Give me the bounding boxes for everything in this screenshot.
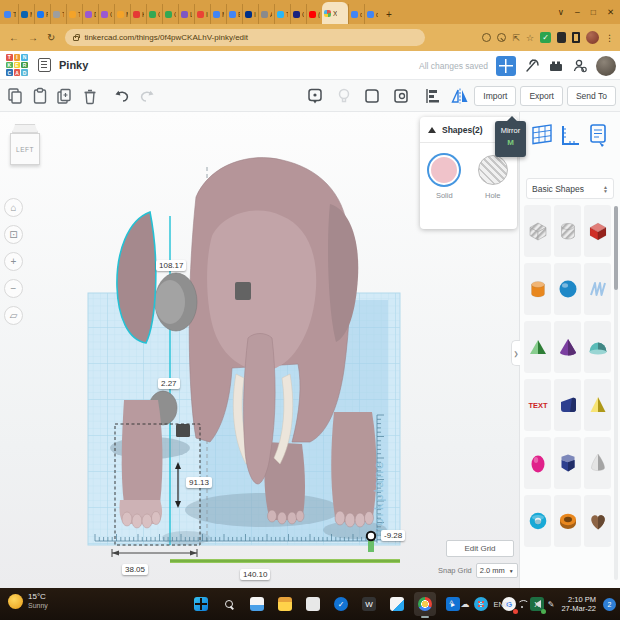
duplicate-icon[interactable] <box>55 86 75 106</box>
shape-tile-wedge[interactable] <box>554 379 581 431</box>
shape-tile-scribble[interactable] <box>584 263 611 315</box>
extension-icon[interactable] <box>557 32 566 43</box>
browser-tab[interactable]: Gr <box>162 4 178 24</box>
user-avatar[interactable] <box>596 56 616 76</box>
ruler-pin-icon[interactable] <box>305 86 325 106</box>
browser-tab[interactable]: Lo <box>178 4 194 24</box>
solid-swatch[interactable]: Solid <box>429 155 459 200</box>
ungroup-icon[interactable] <box>392 86 412 106</box>
browser-tab[interactable]: dc <box>364 4 380 24</box>
notification-badge[interactable]: 2 <box>603 598 616 611</box>
leg-axle-block[interactable] <box>176 424 190 437</box>
shape-tile-egg[interactable] <box>524 437 551 489</box>
browser-tab[interactable]: Ko <box>130 4 146 24</box>
browser-tab[interactable]: Ini <box>242 4 258 24</box>
browser-tab[interactable]: Int <box>194 4 210 24</box>
dim-length-label[interactable]: 140.10 <box>240 569 270 580</box>
export-button[interactable]: Export <box>520 86 563 106</box>
browser-tab[interactable]: Th <box>50 4 66 24</box>
shape-tile-sphere[interactable] <box>554 263 581 315</box>
browser-tab[interactable]: Mi <box>18 4 34 24</box>
align-icon[interactable] <box>421 86 441 106</box>
shape-tile-roof[interactable] <box>524 321 551 373</box>
url-text[interactable]: tinkercad.com/things/0f4pwCKALhV-pinky/e… <box>84 33 248 42</box>
fit-view-button[interactable]: ⊡ <box>4 225 23 244</box>
minimize-button[interactable]: – <box>575 7 580 17</box>
perspective-toggle-button[interactable]: ▱ <box>4 306 23 325</box>
shape-tile-dome[interactable] <box>584 321 611 373</box>
dim-width-label[interactable]: 38.05 <box>122 564 148 575</box>
language-indicator[interactable]: ENG <box>493 600 509 609</box>
bookmark-star-icon[interactable]: ☆ <box>526 33 534 43</box>
extension-frame-icon[interactable] <box>572 32 580 43</box>
shape-tile-text[interactable]: TEXT <box>524 379 551 431</box>
shape-tile-pyramid[interactable] <box>584 379 611 431</box>
taskbar-clock[interactable]: 2:10 PM 27-Mar-22 <box>561 595 596 613</box>
dim-gap-label[interactable]: 2.27 <box>158 378 180 389</box>
browser-menu-icon[interactable]: ⋮ <box>605 33 614 43</box>
view-cube-front[interactable]: LEFT <box>10 133 40 165</box>
browser-tab[interactable]: CA <box>290 4 306 24</box>
shape-tile-box[interactable] <box>524 205 551 257</box>
taskbar-icon-app[interactable] <box>302 592 324 616</box>
delete-icon[interactable] <box>80 86 100 106</box>
send-to-button[interactable]: Send To <box>567 86 616 106</box>
dim-height-label[interactable]: 108.17 <box>156 260 186 271</box>
new-tab-button[interactable]: + <box>386 9 392 20</box>
browser-tab-active[interactable]: X <box>322 2 348 24</box>
z-offset-handle[interactable] <box>367 532 375 552</box>
browser-tab[interactable]: Az <box>258 4 274 24</box>
notes-tool-icon[interactable] <box>586 120 610 150</box>
hole-swatch[interactable]: Hole <box>478 155 508 200</box>
url-bar[interactable]: tinkercad.com/things/0f4pwCKALhV-pinky/e… <box>65 29 425 46</box>
view-cube[interactable]: LEFT <box>10 124 40 165</box>
browser-tab[interactable]: (6 <box>306 4 322 24</box>
extension-check-icon[interactable]: ✓ <box>540 32 551 43</box>
view-cube-top[interactable] <box>12 124 38 133</box>
minecraft-export-icon[interactable] <box>524 58 540 74</box>
dim-z-offset-label[interactable]: -9.28 <box>381 530 405 541</box>
blocks-view-button[interactable] <box>496 56 516 76</box>
tab-search-icon[interactable]: ∨ <box>558 7 564 17</box>
redo-icon[interactable] <box>137 86 157 106</box>
taskbar-icon-chrome[interactable] <box>414 592 436 616</box>
shape-tile-cone[interactable] <box>554 321 581 373</box>
browser-tab[interactable]: Cu <box>98 4 114 24</box>
undo-icon[interactable] <box>112 86 132 106</box>
panel-collapse-handle[interactable]: ❯ <box>511 340 520 366</box>
taskbar-icon-wapp[interactable]: W <box>358 592 380 616</box>
wifi-icon[interactable] <box>517 600 528 609</box>
home-view-button[interactable]: ⌂ <box>4 198 23 217</box>
panel-scrollbar-thumb[interactable] <box>614 206 618 290</box>
design-menu-icon[interactable] <box>38 58 51 72</box>
group-icon[interactable] <box>363 86 383 106</box>
browser-tab[interactable]: M. <box>114 4 130 24</box>
hole-color-circle[interactable] <box>478 155 508 185</box>
browser-tab[interactable]: Fa <box>34 4 50 24</box>
zoom-out-button[interactable]: − <box>4 279 23 298</box>
close-button[interactable]: ✕ <box>607 7 614 17</box>
measure-140[interactable] <box>170 559 400 563</box>
taskbar-icon-defender[interactable]: ✓ <box>330 592 352 616</box>
edit-grid-button[interactable]: Edit Grid <box>446 540 514 557</box>
shape-tile-cylinder[interactable] <box>524 263 551 315</box>
history-icon[interactable] <box>482 33 491 42</box>
copy-icon[interactable] <box>5 86 25 106</box>
taskbar-icon-mail[interactable] <box>386 592 408 616</box>
shape-tile-cylinder[interactable] <box>554 205 581 257</box>
shape-tile-tube[interactable] <box>554 495 581 547</box>
import-button[interactable]: Import <box>474 86 516 106</box>
design-title[interactable]: Pinky <box>59 59 88 71</box>
maximize-button[interactable]: □ <box>591 7 596 17</box>
collapse-inspector-icon[interactable] <box>428 127 436 133</box>
taskbar-icon-widgets[interactable] <box>246 592 268 616</box>
taskbar-weather[interactable]: 15°C Sunny <box>8 592 48 610</box>
forward-button[interactable]: → <box>28 32 38 43</box>
brick-export-icon[interactable] <box>548 58 564 74</box>
axle-block[interactable] <box>235 282 251 300</box>
workplane-tool-icon[interactable] <box>530 120 554 150</box>
reload-button[interactable]: ↻ <box>47 32 55 43</box>
snap-grid-dropdown[interactable]: 2.0 mm▼ <box>476 563 518 578</box>
browser-tab[interactable]: Tra <box>2 4 18 24</box>
shape-tile-torus[interactable] <box>524 495 551 547</box>
